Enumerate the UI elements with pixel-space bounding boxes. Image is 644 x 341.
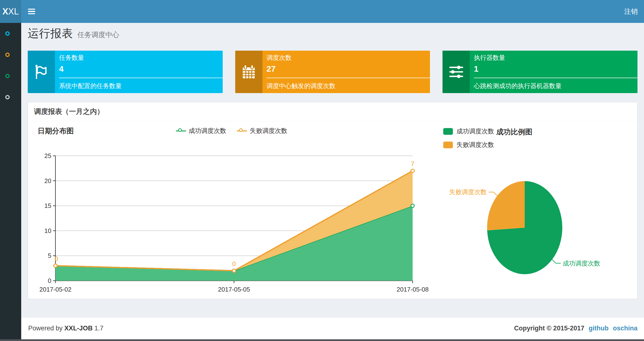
- stat-card-jobs: 任务数量 4 系统中配置的任务数量: [28, 51, 223, 93]
- sidebar-toggle-button[interactable]: [21, 0, 42, 23]
- stat-card-title: 任务数量: [59, 54, 223, 62]
- legend-item-fail[interactable]: 失败调度次数: [443, 141, 494, 149]
- legend-item-fail[interactable]: 失败调度次数: [237, 127, 287, 135]
- y-axis-label: 10: [44, 227, 51, 234]
- circle-icon: [5, 95, 10, 99]
- line-chart-legend: 成功调度次数 失败调度次数: [32, 127, 432, 135]
- stat-card-title: 调度次数: [266, 54, 430, 62]
- stat-card-description: 系统中配置的任务数量: [59, 82, 223, 90]
- panel-title: 调度报表（一月之内）: [28, 102, 637, 121]
- divider: [474, 78, 638, 78]
- swatch-icon: [443, 128, 453, 135]
- page-heading: 运行报表 任务调度中心: [28, 26, 119, 41]
- data-point-label: 7: [411, 160, 414, 167]
- stat-card-value: 27: [266, 64, 430, 74]
- pie-label-line: [489, 192, 498, 196]
- line-series-icon: [237, 128, 247, 134]
- stat-card-title: 执行器数量: [474, 54, 638, 62]
- success-ratio-pie-chart: 成功调度次数失败调度次数: [441, 169, 610, 304]
- y-axis-label: 20: [44, 177, 51, 184]
- circle-icon: [5, 53, 10, 57]
- github-link[interactable]: github: [589, 324, 608, 332]
- data-point: [232, 269, 236, 272]
- sidebar-item-1[interactable]: [0, 23, 21, 44]
- sidebar-item-4[interactable]: [0, 87, 21, 108]
- pie-slice-label: 成功调度次数: [562, 260, 600, 267]
- data-point: [411, 204, 414, 207]
- footer: Powered by XXL-JOB 1.7 Copyright © 2015-…: [21, 317, 644, 339]
- line-series-icon: [176, 128, 186, 134]
- stat-card-triggers: 调度次数 27 调度中心触发的调度次数: [235, 51, 430, 93]
- flag-icon: [28, 51, 55, 93]
- sidebar-item-2[interactable]: [0, 44, 21, 65]
- stat-card-description: 心跳检测成功的执行器机器数量: [474, 82, 638, 90]
- sliders-icon: [442, 51, 470, 93]
- pie-slice-1: [487, 181, 525, 230]
- top-navbar: XXL 注销: [0, 0, 644, 23]
- x-axis-label: 2017-05-05: [218, 286, 250, 293]
- divider: [59, 78, 223, 78]
- legend-item-success[interactable]: 成功调度次数: [443, 127, 494, 136]
- data-point-label: 0: [55, 255, 58, 262]
- date-distribution-chart: 05101520252017-05-022017-05-052017-05-08…: [32, 149, 432, 298]
- app-logo[interactable]: XXL: [0, 0, 21, 23]
- hamburger-icon: [28, 9, 35, 10]
- brand-name: XXL-JOB: [64, 324, 92, 332]
- oschina-link[interactable]: oschina: [613, 324, 638, 332]
- logout-button[interactable]: 注销: [618, 0, 644, 23]
- y-axis-label: 25: [44, 152, 51, 159]
- pie-chart-legend: 成功调度次数 失败调度次数: [443, 127, 494, 154]
- sidebar-item-3[interactable]: [0, 65, 21, 87]
- stat-card-value: 4: [59, 64, 223, 74]
- app-logo-text-bold: X: [2, 7, 8, 17]
- data-point: [54, 264, 57, 267]
- x-axis-label: 2017-05-02: [40, 286, 72, 293]
- stat-card-executors: 执行器数量 1 心跳检测成功的执行器机器数量: [442, 51, 638, 93]
- divider: [266, 78, 430, 78]
- calendar-icon: [235, 51, 262, 93]
- copyright-text: Copyright © 2015-2017: [514, 324, 584, 332]
- window-bottom-edge: [0, 339, 644, 341]
- circle-icon: [5, 31, 10, 36]
- pie-slice-label: 失败调度次数: [449, 188, 487, 196]
- report-panel: 调度报表（一月之内） 日期分布图 成功调度次数 失败调度次数 051015202…: [28, 102, 638, 299]
- x-axis-label: 2017-05-08: [397, 286, 429, 293]
- page-title: 运行报表: [28, 26, 73, 41]
- version: 1.7: [94, 324, 104, 332]
- swatch-icon: [443, 142, 453, 148]
- stat-cards-row: 任务数量 4 系统中配置的任务数量 调度次数 27 调度中心触发的调度次数: [28, 51, 638, 93]
- circle-icon: [5, 74, 10, 78]
- powered-by: Powered by XXL-JOB 1.7: [28, 324, 104, 332]
- pie-chart-title: 成功比例图: [496, 127, 532, 137]
- pie-label-line: [552, 259, 560, 263]
- data-point: [411, 169, 414, 172]
- sidebar: [0, 23, 21, 341]
- app-logo-text: XL: [8, 7, 19, 17]
- y-axis-label: 0: [48, 277, 51, 284]
- page-subtitle: 任务调度中心: [77, 30, 119, 40]
- y-axis-label: 5: [48, 252, 51, 259]
- stat-card-description: 调度中心触发的调度次数: [266, 82, 430, 90]
- y-axis-label: 15: [44, 202, 51, 209]
- data-point-label: 0: [232, 260, 236, 267]
- legend-item-success[interactable]: 成功调度次数: [176, 127, 226, 135]
- stat-card-value: 1: [474, 64, 638, 74]
